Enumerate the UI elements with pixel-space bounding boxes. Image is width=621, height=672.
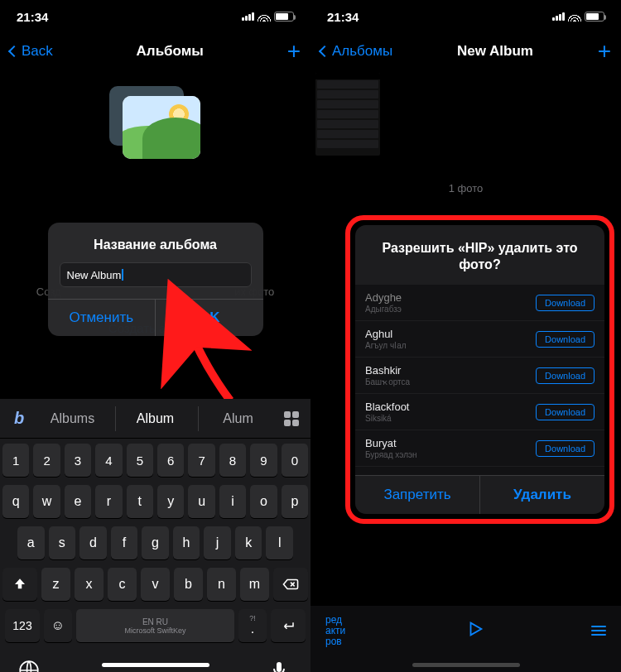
download-button[interactable]: Download — [536, 295, 595, 311]
nav-bar: Альбомы New Album + — [310, 33, 621, 70]
key-v[interactable]: v — [141, 568, 170, 601]
svg-rect-1 — [277, 662, 282, 672]
key-h[interactable]: h — [173, 526, 200, 559]
key-g[interactable]: g — [142, 526, 169, 559]
keyboard-grid-icon[interactable] — [277, 411, 306, 426]
key-n[interactable]: n — [207, 568, 236, 601]
language-row: BashkirБашҡортсаDownload — [355, 358, 604, 394]
cancel-button[interactable]: Отменить — [48, 300, 156, 336]
dictation-key[interactable] — [269, 660, 292, 672]
language-name: Buryat — [365, 437, 417, 449]
key-b[interactable]: b — [174, 568, 203, 601]
back-button[interactable]: Back — [10, 43, 53, 60]
key-l[interactable]: l — [266, 526, 293, 559]
key-7[interactable]: 7 — [188, 444, 214, 477]
battery-icon: 73 — [585, 12, 604, 22]
language-native: Башҡортса — [365, 377, 410, 386]
key-d[interactable]: d — [79, 526, 107, 559]
add-button[interactable]: + — [287, 38, 301, 65]
language-row: ChechenНохчийнDownload — [355, 467, 604, 475]
key-9[interactable]: 9 — [250, 444, 277, 477]
dialog-body: AdygheАдыгабзэDownloadAghulАгъул чӏалDow… — [355, 285, 604, 475]
chevron-left-icon — [319, 46, 330, 57]
key-i[interactable]: i — [219, 485, 246, 518]
key-w[interactable]: w — [33, 485, 60, 518]
screen-albums: 21:34 73 Back Альбомы + Созд ___________… — [0, 0, 310, 672]
key-f[interactable]: f — [111, 526, 138, 559]
home-indicator[interactable] — [102, 663, 209, 667]
key-2[interactable]: 2 — [33, 444, 60, 477]
deny-button[interactable]: Запретить — [355, 476, 479, 514]
screen-album-detail: 21:34 73 Альбомы New Album + 1 фото Разр… — [310, 0, 621, 672]
language-native: Siksiká — [365, 414, 409, 423]
download-button[interactable]: Download — [536, 440, 595, 457]
delete-button[interactable]: Удалить — [479, 476, 604, 514]
key-m[interactable]: m — [240, 568, 269, 601]
bottom-toolbar: ред акти ров — [310, 606, 621, 672]
key-r[interactable]: r — [95, 485, 122, 518]
keyboard: b Albums Album Alum 1234567890 qwertyuio… — [0, 399, 310, 672]
photo-count-label: 1 фото — [449, 182, 484, 194]
key-8[interactable]: 8 — [219, 444, 246, 477]
suggestion-1[interactable]: Album — [115, 406, 195, 431]
key-k[interactable]: k — [235, 526, 262, 559]
key-c[interactable]: c — [108, 568, 137, 601]
numeric-key[interactable]: 123 — [5, 609, 40, 642]
download-button[interactable]: Download — [536, 367, 595, 384]
language-row: AghulАгъул чӏалDownload — [355, 321, 604, 358]
key-q[interactable]: q — [2, 485, 29, 518]
suggestion-2[interactable]: Alum — [198, 406, 277, 431]
album-illustration — [106, 86, 205, 169]
key-1[interactable]: 1 — [2, 444, 29, 477]
key-z[interactable]: z — [41, 568, 70, 601]
back-button[interactable]: Альбомы — [320, 43, 392, 60]
key-e[interactable]: e — [65, 485, 91, 518]
key-o[interactable]: o — [250, 485, 277, 518]
key-5[interactable]: 5 — [127, 444, 153, 477]
language-name: Blackfoot — [365, 401, 409, 413]
home-indicator[interactable] — [412, 663, 520, 667]
add-button[interactable]: + — [598, 38, 611, 65]
key-s[interactable]: s — [49, 526, 76, 559]
edit-button[interactable]: ред акти ров — [325, 615, 359, 647]
key-y[interactable]: y — [157, 485, 184, 518]
page-title: New Album — [457, 43, 533, 60]
key-a[interactable]: a — [17, 526, 45, 559]
menu-button[interactable] — [591, 626, 606, 636]
shift-key[interactable] — [2, 568, 37, 601]
key-p[interactable]: p — [282, 485, 308, 518]
download-button[interactable]: Download — [536, 331, 595, 348]
globe-key[interactable] — [18, 660, 41, 672]
period-key[interactable]: ?!. — [238, 609, 267, 642]
photo-thumbnail[interactable] — [315, 73, 380, 156]
key-j[interactable]: j — [204, 526, 231, 559]
play-button[interactable] — [466, 620, 484, 641]
key-0[interactable]: 0 — [282, 444, 308, 477]
key-4[interactable]: 4 — [95, 444, 122, 477]
key-6[interactable]: 6 — [157, 444, 184, 477]
album-name-input[interactable]: New Album — [60, 262, 252, 287]
key-u[interactable]: u — [188, 485, 214, 518]
space-key[interactable]: EN RU Microsoft SwiftKey — [76, 609, 234, 642]
annotation-arrow — [172, 318, 247, 412]
return-key[interactable] — [271, 609, 306, 642]
page-title: Альбомы — [137, 43, 204, 60]
language-native: Адыгабзэ — [365, 305, 402, 314]
backspace-key[interactable] — [273, 568, 308, 601]
bing-icon[interactable]: b — [5, 409, 33, 428]
language-native: Агъул чӏал — [365, 341, 407, 350]
key-3[interactable]: 3 — [65, 444, 91, 477]
status-right: 73 — [552, 12, 604, 22]
key-x[interactable]: x — [75, 568, 104, 601]
key-t[interactable]: t — [127, 485, 153, 518]
annotation-highlight: Разрешить «HIP» удалить это фото? Adyghe… — [345, 215, 614, 524]
dialog-title: Разрешить «HIP» удалить это фото? — [355, 225, 604, 285]
nav-bar: Back Альбомы + — [0, 33, 310, 70]
wifi-icon — [568, 12, 581, 22]
download-button[interactable]: Download — [536, 404, 595, 420]
delete-permission-dialog: Разрешить «HIP» удалить это фото? Adyghe… — [355, 225, 604, 514]
language-row: AdygheАдыгабзэDownload — [355, 285, 604, 321]
suggestion-0[interactable]: Albums — [33, 406, 112, 431]
language-native: Буряад хэлэн — [365, 450, 417, 459]
emoji-key[interactable]: ☺ — [44, 609, 72, 642]
